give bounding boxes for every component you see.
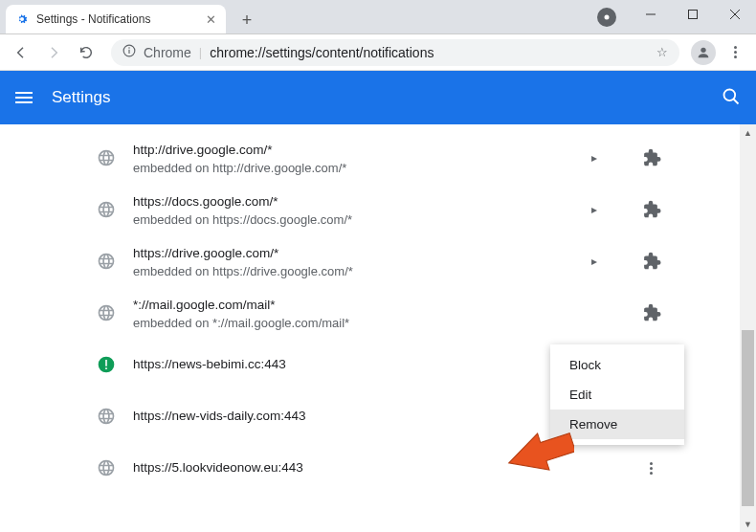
site-row[interactable]: https://drive.google.com/*embedded on ht… xyxy=(89,235,667,287)
arrow-annotation xyxy=(507,429,574,479)
settings-header: Settings xyxy=(0,71,756,124)
profile-badge-icon[interactable] xyxy=(597,8,616,27)
chevron-right-icon[interactable]: ▸ xyxy=(585,255,604,268)
menu-item-edit[interactable]: Edit xyxy=(550,380,684,410)
extension-icon[interactable] xyxy=(640,251,661,272)
site-subtext: embedded on https://docs.google.com/* xyxy=(133,212,567,227)
site-url: https://drive.google.com/* xyxy=(133,244,567,263)
menu-item-block[interactable]: Block xyxy=(550,350,684,380)
svg-point-6 xyxy=(128,47,130,49)
svg-rect-7 xyxy=(128,50,129,54)
forward-button[interactable] xyxy=(40,39,67,66)
site-row[interactable]: *://mail.google.com/mail*embedded on *:/… xyxy=(89,287,667,339)
omnibox-url: chrome://settings/content/notifications xyxy=(210,45,434,60)
chevron-right-icon[interactable]: ▸ xyxy=(585,151,604,165)
profile-avatar[interactable] xyxy=(691,40,716,65)
site-text: https://5.lookvideonow.eu:443 xyxy=(133,458,567,477)
svg-marker-12 xyxy=(507,429,574,477)
scroll-up-icon[interactable]: ▲ xyxy=(740,124,756,141)
chevron-right-icon[interactable]: ▸ xyxy=(585,203,604,216)
site-url: https://news-bebimi.cc:443 xyxy=(133,355,567,374)
site-subtext: embedded on https://drive.google.com/* xyxy=(133,264,567,278)
globe-icon xyxy=(97,200,116,219)
site-text: *://mail.google.com/mail*embedded on *:/… xyxy=(133,296,567,329)
extension-icon[interactable] xyxy=(640,199,661,220)
site-url: https://5.lookvideonow.eu:443 xyxy=(133,458,567,477)
site-text: https://new-vids-daily.com:443 xyxy=(133,407,567,426)
site-text: http://drive.google.com/*embedded on htt… xyxy=(133,141,567,174)
gear-icon xyxy=(15,12,29,26)
bookmark-star-icon[interactable]: ☆ xyxy=(656,45,668,59)
scrollbar[interactable]: ▲ ▼ xyxy=(740,124,756,532)
reload-button[interactable] xyxy=(73,39,100,66)
site-text: https://drive.google.com/*embedded on ht… xyxy=(133,244,567,277)
new-tab-button[interactable]: + xyxy=(233,7,260,33)
browser-toolbar: Chrome | chrome://settings/content/notif… xyxy=(0,34,756,71)
browser-tab[interactable]: Settings - Notifications ✕ xyxy=(6,5,226,33)
close-window-button[interactable] xyxy=(714,0,756,29)
minimize-button[interactable] xyxy=(630,0,672,29)
site-subtext: embedded on http://drive.google.com/* xyxy=(133,161,567,175)
maximize-button[interactable] xyxy=(672,0,714,29)
svg-point-8 xyxy=(700,47,705,52)
site-url: *://mail.google.com/mail* xyxy=(133,296,567,315)
globe-icon xyxy=(97,458,116,477)
globe-icon xyxy=(97,252,116,271)
site-row[interactable]: http://drive.google.com/*embedded on htt… xyxy=(89,132,667,184)
svg-point-9 xyxy=(724,89,736,100)
site-row[interactable]: https://5.lookvideonow.eu:443 xyxy=(89,442,667,494)
site-favicon-icon xyxy=(97,355,116,374)
globe-icon xyxy=(97,148,116,167)
globe-icon xyxy=(97,407,116,426)
svg-point-0 xyxy=(605,15,610,20)
omnibox-prefix: Chrome xyxy=(144,45,191,60)
address-bar[interactable]: Chrome | chrome://settings/content/notif… xyxy=(111,39,679,66)
site-url: https://new-vids-daily.com:443 xyxy=(133,407,567,426)
site-url: http://drive.google.com/* xyxy=(133,141,567,160)
back-button[interactable] xyxy=(8,39,34,66)
site-subtext: embedded on *://mail.google.com/mail* xyxy=(133,316,567,330)
window-controls xyxy=(630,0,756,29)
tab-title: Settings - Notifications xyxy=(36,12,198,26)
settings-content: http://drive.google.com/*embedded on htt… xyxy=(0,124,756,532)
scroll-down-icon[interactable]: ▼ xyxy=(740,516,756,532)
scroll-thumb[interactable] xyxy=(742,330,754,506)
site-text: https://news-bebimi.cc:443 xyxy=(133,355,567,374)
site-row[interactable]: https://docs.google.com/*embedded on htt… xyxy=(89,184,667,235)
svg-rect-2 xyxy=(689,11,698,19)
site-url: https://docs.google.com/* xyxy=(133,192,567,211)
more-options-button[interactable] xyxy=(640,457,661,478)
extension-icon[interactable] xyxy=(640,147,661,168)
extension-icon[interactable] xyxy=(640,302,661,323)
page-title: Settings xyxy=(52,88,110,107)
globe-icon xyxy=(97,303,116,322)
close-icon[interactable]: ✕ xyxy=(206,12,216,27)
svg-line-10 xyxy=(734,99,739,103)
site-text: https://docs.google.com/*embedded on htt… xyxy=(133,192,567,226)
site-info-icon[interactable] xyxy=(122,44,136,60)
search-icon[interactable] xyxy=(722,87,741,109)
window-tab-strip: Settings - Notifications ✕ + xyxy=(0,0,756,34)
menu-icon[interactable] xyxy=(15,92,33,103)
browser-menu-button[interactable] xyxy=(722,39,748,66)
